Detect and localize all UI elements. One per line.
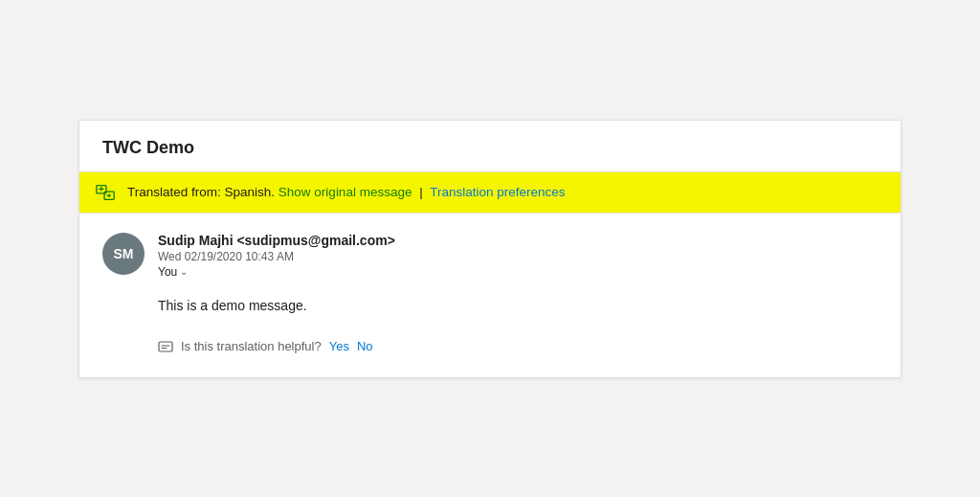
feedback-yes-button[interactable]: Yes — [329, 339, 349, 353]
card-title: TWC Demo — [102, 138, 194, 157]
feedback-icon — [158, 339, 173, 354]
sender-date: Wed 02/19/2020 10:43 AM — [158, 250, 395, 263]
feedback-question: Is this translation helpful? — [181, 339, 322, 353]
feedback-no-button[interactable]: No — [357, 339, 373, 353]
translation-prefix: Translated from: Spanish. — [127, 185, 275, 199]
translate-icon — [95, 182, 116, 203]
sender-to: You ⌄ — [158, 265, 395, 279]
sender-info: Sudip Majhi <sudipmus@gmail.com> Wed 02/… — [158, 233, 395, 279]
translation-banner: Translated from: Spanish. Show original … — [79, 172, 901, 214]
card-header: TWC Demo — [79, 121, 901, 172]
message-body: SM Sudip Majhi <sudipmus@gmail.com> Wed … — [79, 214, 901, 377]
chevron-down-icon: ⌄ — [180, 266, 188, 277]
email-card: TWC Demo Translated from: Spanish. Show … — [78, 120, 902, 378]
separator: | — [419, 185, 423, 199]
sender-row: SM Sudip Majhi <sudipmus@gmail.com> Wed … — [102, 233, 878, 279]
feedback-row: Is this translation helpful? Yes No — [102, 339, 878, 354]
message-content: This is a demo message. — [102, 296, 878, 316]
show-original-link[interactable]: Show original message — [278, 185, 412, 199]
sender-name: Sudip Majhi <sudipmus@gmail.com> — [158, 233, 395, 248]
avatar: SM — [102, 233, 145, 275]
translation-text: Translated from: Spanish. Show original … — [127, 185, 566, 199]
translation-preferences-link[interactable]: Translation preferences — [430, 185, 565, 199]
svg-rect-2 — [159, 342, 172, 351]
to-label: You — [158, 265, 177, 279]
